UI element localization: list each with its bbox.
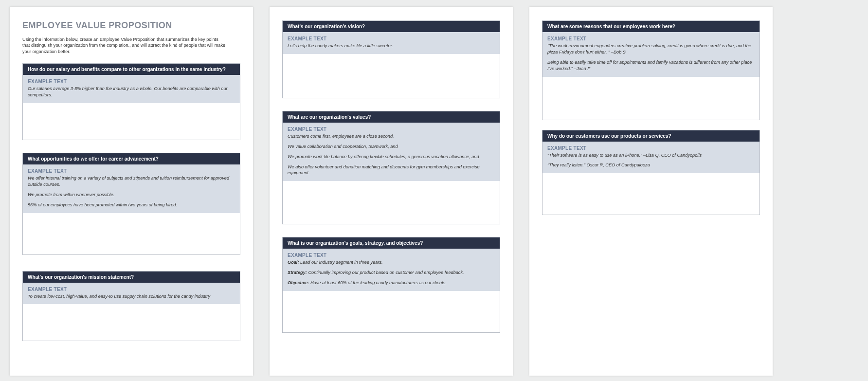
example-line: We offer internal training on a variety … xyxy=(28,175,235,188)
example-label: EXAMPLE TEXT xyxy=(547,36,755,41)
page-2: What's our organization's vision? EXAMPL… xyxy=(270,7,513,376)
example-line: "The work environment engenders creative… xyxy=(547,43,755,55)
section-vision-example: EXAMPLE TEXT Let's help the candy makers… xyxy=(283,32,500,54)
section-values-example: EXAMPLE TEXT Customers come first, emplo… xyxy=(283,123,500,181)
example-line: To create low-cost, high-value, and easy… xyxy=(28,293,235,300)
section-vision-answer[interactable] xyxy=(283,54,500,98)
example-label: EXAMPLE TEXT xyxy=(288,127,495,132)
section-customers-question: Why do our customers use our products or… xyxy=(542,130,760,142)
section-reasons-example: EXAMPLE TEXT "The work environment engen… xyxy=(542,32,760,77)
section-career-answer[interactable] xyxy=(23,213,240,254)
page-title: EMPLOYEE VALUE PROPOSITION xyxy=(22,20,240,31)
example-label: EXAMPLE TEXT xyxy=(288,253,495,258)
section-career-question: What opportunities do we offer for caree… xyxy=(23,153,240,164)
intro-paragraph: Using the information below, create an E… xyxy=(22,36,227,54)
example-label: EXAMPLE TEXT xyxy=(28,287,235,292)
example-line: We promote from within whenever possible… xyxy=(28,192,235,198)
example-line: We also offer volunteer and donation mat… xyxy=(288,164,495,177)
example-line: Our salaries average 3-5% higher than th… xyxy=(28,86,235,98)
section-mission-question: What's our organization's mission statem… xyxy=(23,272,240,283)
section-salary-question: How do our salary and benefits compare t… xyxy=(23,64,240,75)
section-reasons-answer[interactable] xyxy=(542,77,760,120)
example-line: Objective: Have at least 60% of the lead… xyxy=(288,280,495,286)
example-line: Let's help the candy makers make life a … xyxy=(288,43,495,49)
example-line: Being able to easily take time off for a… xyxy=(547,59,755,72)
example-line: 56% of our employees have been promoted … xyxy=(28,202,235,208)
example-line: We value collaboration and cooperation, … xyxy=(288,144,495,150)
section-values: What are our organization's values? EXAM… xyxy=(282,111,500,224)
section-customers-answer[interactable] xyxy=(542,173,760,215)
section-values-question: What are our organization's values? xyxy=(283,111,500,123)
section-vision-question: What's our organization's vision? xyxy=(283,21,500,32)
page-3: What are some reasons that our employees… xyxy=(529,7,773,376)
section-mission: What's our organization's mission statem… xyxy=(22,271,240,342)
section-goals: What is our organization's goals, strate… xyxy=(282,237,500,333)
example-line: We promote work-life balance by offering… xyxy=(288,154,495,160)
section-salary-example: EXAMPLE TEXT Our salaries average 3-5% h… xyxy=(23,75,240,103)
example-label: EXAMPLE TEXT xyxy=(28,79,235,84)
section-mission-answer[interactable] xyxy=(23,304,240,341)
section-customers-example: EXAMPLE TEXT "Their software is as easy … xyxy=(542,142,760,174)
workspace: EMPLOYEE VALUE PROPOSITION Using the inf… xyxy=(0,0,868,376)
example-line: "They really listen." Oscar R, CEO of Ca… xyxy=(547,162,755,168)
section-customers: Why do our customers use our products or… xyxy=(542,130,760,216)
example-line: Goal: Lead our industry segment in three… xyxy=(288,259,495,266)
section-goals-example: EXAMPLE TEXT Goal: Lead our industry seg… xyxy=(283,249,500,291)
section-goals-answer[interactable] xyxy=(283,291,500,332)
example-line: "Their software is as easy to use as an … xyxy=(547,152,755,159)
section-reasons: What are some reasons that our employees… xyxy=(542,20,760,120)
example-label: EXAMPLE TEXT xyxy=(28,168,235,174)
example-line: Strategy: Continually improving our prod… xyxy=(288,270,495,276)
section-goals-question: What is our organization's goals, strate… xyxy=(283,237,500,249)
section-reasons-question: What are some reasons that our employees… xyxy=(542,21,760,32)
section-career: What opportunities do we offer for caree… xyxy=(22,153,240,255)
section-mission-example: EXAMPLE TEXT To create low-cost, high-va… xyxy=(23,283,240,305)
section-salary: How do our salary and benefits compare t… xyxy=(22,63,240,140)
example-label: EXAMPLE TEXT xyxy=(547,145,755,151)
example-label: EXAMPLE TEXT xyxy=(288,36,495,41)
section-salary-answer[interactable] xyxy=(23,103,240,140)
section-values-answer[interactable] xyxy=(283,181,500,224)
section-vision: What's our organization's vision? EXAMPL… xyxy=(282,20,500,98)
section-career-example: EXAMPLE TEXT We offer internal training … xyxy=(23,164,240,213)
example-line: Customers come first, employees are a cl… xyxy=(288,133,495,140)
page-1: EMPLOYEE VALUE PROPOSITION Using the inf… xyxy=(10,7,253,376)
